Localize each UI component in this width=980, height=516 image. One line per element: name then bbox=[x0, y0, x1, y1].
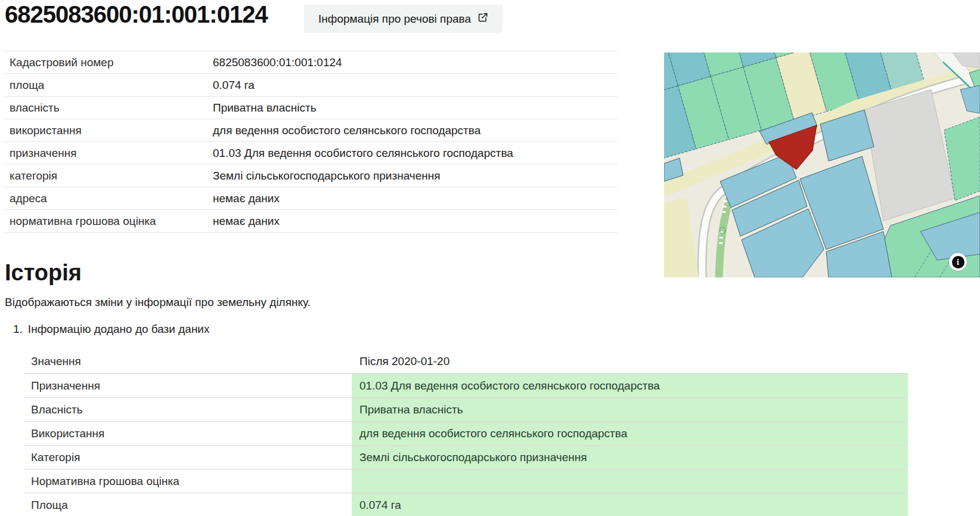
table-row: нормативна грошова оцінка немає даних bbox=[5, 209, 618, 233]
history-row-value: Землі сільськогосподарського призначення bbox=[352, 446, 908, 469]
history-row-label: Нормативна грошова оцінка bbox=[24, 469, 352, 493]
history-row-value: 01.03 Для ведення особистого селянського… bbox=[352, 374, 908, 397]
table-row: призначення 01.03 Для ведення особистого… bbox=[5, 141, 618, 164]
history-row-label: Категорія bbox=[24, 446, 352, 469]
history-header-value: Після 2020-01-20 bbox=[352, 355, 908, 368]
table-row: Категорія Землі сільськогосподарського п… bbox=[24, 445, 908, 469]
history-row-label: Призначення bbox=[24, 374, 352, 397]
map-attribution-button[interactable]: i bbox=[949, 253, 967, 271]
info-value: немає даних bbox=[213, 215, 280, 228]
info-label: нормативна грошова оцінка bbox=[5, 215, 213, 228]
info-label: площа bbox=[5, 79, 213, 92]
info-label: власність bbox=[5, 101, 213, 115]
property-rights-button-label: Інформація про речові права bbox=[318, 13, 471, 26]
property-rights-button[interactable]: Інформація про речові права bbox=[304, 5, 503, 33]
table-row: адреса немає даних bbox=[5, 187, 618, 209]
table-row: Площа 0.074 га bbox=[24, 493, 908, 516]
info-label: Кадастровий номер bbox=[5, 56, 213, 69]
history-section-title: Історія bbox=[5, 260, 82, 286]
parcel-map-canvas[interactable]: i bbox=[664, 52, 980, 277]
history-row-label: Використання bbox=[24, 422, 352, 445]
table-row: категорія Землі сільськогосподарського п… bbox=[5, 164, 618, 187]
history-header-label: Значення bbox=[24, 355, 352, 368]
external-link-icon bbox=[477, 12, 488, 26]
info-icon: i bbox=[952, 256, 965, 268]
history-entry-title: 1. Інформацію додано до бази даних bbox=[13, 323, 209, 336]
table-row: Призначення 01.03 Для ведення особистого… bbox=[24, 373, 908, 397]
history-entry-text: Інформацію додано до бази даних bbox=[28, 323, 210, 336]
table-row: Кадастровий номер 6825083600:01:001:0124 bbox=[5, 51, 618, 73]
history-entry-index: 1. bbox=[13, 323, 23, 336]
info-label: призначення bbox=[5, 147, 213, 160]
history-description: Відображаються зміни у інформації про зе… bbox=[5, 296, 311, 309]
history-row-value: Приватна власність bbox=[352, 398, 908, 421]
table-row: Власність Приватна власність bbox=[24, 397, 908, 421]
cadastral-parcel-page: 6825083600:01:001:0124 Інформація про ре… bbox=[0, 0, 980, 516]
info-value: немає даних bbox=[213, 192, 280, 205]
history-table-header: Значення Після 2020-01-20 bbox=[24, 342, 908, 373]
history-row-value bbox=[352, 469, 908, 493]
history-row-value: для ведення особистого селянського госпо… bbox=[352, 422, 908, 445]
parcel-info-table: Кадастровий номер 6825083600:01:001:0124… bbox=[5, 51, 618, 233]
map-image bbox=[664, 52, 980, 277]
history-row-value: 0.074 га bbox=[352, 493, 908, 516]
info-value: Приватна власність bbox=[213, 101, 317, 115]
table-row: площа 0.074 га bbox=[5, 73, 618, 96]
info-label: використання bbox=[5, 124, 213, 137]
table-row: використання для ведення особистого селя… bbox=[5, 119, 618, 141]
table-row: Використання для ведення особистого селя… bbox=[24, 421, 908, 445]
info-value: 0.074 га bbox=[213, 79, 255, 92]
table-row: власність Приватна власність bbox=[5, 96, 618, 119]
table-row: Нормативна грошова оцінка bbox=[24, 469, 908, 493]
info-label: адреса bbox=[5, 192, 213, 205]
info-value: Землі сільськогосподарського призначення bbox=[213, 169, 441, 183]
info-value: 6825083600:01:001:0124 bbox=[213, 56, 342, 69]
info-value: 01.03 Для ведення особистого селянського… bbox=[213, 147, 513, 160]
history-table: Значення Після 2020-01-20 Призначення 01… bbox=[24, 342, 908, 516]
info-value: для ведення особистого селянського госпо… bbox=[213, 124, 480, 137]
history-row-label: Власність bbox=[24, 398, 352, 421]
history-row-label: Площа bbox=[24, 493, 352, 516]
info-label: категорія bbox=[5, 169, 213, 183]
page-title: 6825083600:01:001:0124 bbox=[5, 1, 268, 28]
